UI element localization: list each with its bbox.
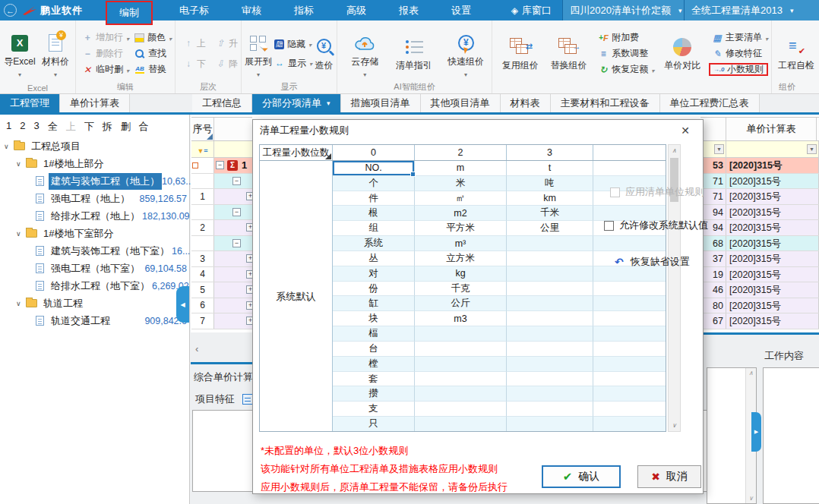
- unit-cell-0-decimals[interactable]: 樘: [333, 357, 415, 372]
- grid-row[interactable]: 68 [2020]315号: [700, 236, 819, 252]
- cloud-storage-button[interactable]: 云存储: [345, 32, 384, 76]
- table-corner-header[interactable]: 工程量小数位数: [260, 145, 333, 160]
- document-tab[interactable]: 分部分项清单: [252, 94, 341, 112]
- unit-cell-0-decimals[interactable]: 缸: [333, 296, 415, 311]
- collapse-icon[interactable]: [232, 177, 241, 185]
- unit-cell-0-decimals[interactable]: 台: [333, 342, 415, 357]
- unit-cell-empty[interactable]: [593, 417, 666, 432]
- library-window-button[interactable]: 库窗口: [501, 0, 562, 20]
- unit-cell-empty[interactable]: [593, 161, 666, 176]
- unit-cell-2-decimals[interactable]: 平方米: [415, 221, 507, 236]
- document-number-cell[interactable]: [2020]315号: [726, 158, 819, 173]
- unit-row[interactable]: 缸 公斤: [333, 296, 666, 311]
- checkbox-icon[interactable]: [604, 221, 614, 231]
- unit-cell-3-decimals[interactable]: [507, 251, 593, 266]
- unit-cell-2-decimals[interactable]: 米: [415, 176, 507, 191]
- export-excel-button[interactable]: 导Excel: [3, 32, 36, 76]
- composite-price-section-label[interactable]: 综合单价计算: [194, 370, 253, 384]
- reuse-pricing-button[interactable]: 复用组价: [498, 36, 542, 72]
- grid-row[interactable]: 94 [2020]315号: [700, 205, 819, 221]
- unit-cell-0-decimals[interactable]: 丛: [333, 251, 415, 266]
- hide-button[interactable]: 隐藏: [274, 38, 312, 51]
- feature-text-box[interactable]: [707, 367, 757, 504]
- grid-row[interactable]: 3: [191, 251, 252, 267]
- amount-cell[interactable]: 71: [700, 174, 726, 189]
- unit-cell-2-decimals[interactable]: [415, 402, 507, 417]
- move-up-button[interactable]: 上: [183, 37, 206, 50]
- row-strip[interactable]: [214, 282, 252, 298]
- unit-cell-0-decimals[interactable]: 组: [333, 221, 415, 236]
- unit-cell-3-decimals[interactable]: [507, 372, 593, 387]
- unit-cell-2-decimals[interactable]: [415, 342, 507, 357]
- project-check-button[interactable]: 工程自检: [775, 36, 817, 72]
- grid-row[interactable]: 94 [2020]315号: [700, 220, 819, 236]
- replace-pricing-button[interactable]: 替换组价: [547, 36, 591, 72]
- unit-cell-2-decimals[interactable]: 立方米: [415, 251, 507, 266]
- unit-cell-2-decimals[interactable]: m2: [415, 206, 507, 221]
- list-standard-dropdown[interactable]: 全统工程量清单2013: [684, 0, 819, 20]
- coefficient-adjust-button[interactable]: 系数调整: [598, 47, 654, 60]
- document-tab[interactable]: 主要材料和工程设备: [551, 94, 660, 112]
- row-number-cell[interactable]: 7: [191, 313, 214, 329]
- row-strip[interactable]: 1: [214, 158, 252, 173]
- document-tab[interactable]: 材料表: [501, 94, 551, 112]
- unit-row[interactable]: NO. m t: [333, 161, 666, 176]
- color-button[interactable]: 颜色: [134, 31, 172, 44]
- tree-item[interactable]: 给排水工程（地上） 182,130.09: [0, 207, 189, 225]
- menu-item[interactable]: 报表: [393, 1, 425, 20]
- row-number-cell[interactable]: 6: [191, 298, 214, 313]
- grid-row[interactable]: 67 [2020]315号: [700, 313, 819, 329]
- unit-cell-2-decimals[interactable]: 公斤: [415, 296, 507, 311]
- tree-expand-arrow[interactable]: [16, 300, 23, 307]
- expand-icon[interactable]: [246, 254, 252, 263]
- tree-collapse-handle[interactable]: [176, 286, 189, 323]
- filter-dropdown-icon[interactable]: [714, 144, 724, 154]
- grid-row[interactable]: 1: [191, 158, 252, 174]
- expand-to-button[interactable]: 展开到: [245, 32, 272, 76]
- unit-cell-2-decimals[interactable]: [415, 326, 507, 342]
- unit-row[interactable]: 只: [333, 417, 666, 432]
- expand-icon[interactable]: [246, 301, 252, 310]
- document-number-cell[interactable]: [2020]315号: [726, 298, 819, 313]
- unit-cell-3-decimals[interactable]: 公里: [507, 221, 593, 236]
- collapse-icon[interactable]: [232, 208, 241, 216]
- grid-row[interactable]: 53 [2020]315号: [700, 158, 819, 174]
- expand-icon[interactable]: [246, 317, 252, 325]
- unit-row[interactable]: 支: [333, 402, 666, 417]
- tree-toolbar-button[interactable]: 2: [20, 120, 25, 134]
- price-compare-button[interactable]: 单价对比: [659, 36, 706, 72]
- grid-row[interactable]: 2: [191, 220, 252, 236]
- amount-cell[interactable]: 53: [700, 158, 726, 173]
- row-number-cell[interactable]: [191, 236, 214, 251]
- tree-item[interactable]: 强电工程（地上） 859,126.57: [0, 190, 189, 207]
- column-header-3[interactable]: 3: [507, 145, 593, 160]
- unit-cell-0-decimals[interactable]: 个: [333, 176, 415, 191]
- grid-row[interactable]: [191, 236, 252, 252]
- unit-cell-empty[interactable]: [593, 357, 666, 372]
- surcharge-button[interactable]: 附加费: [598, 31, 654, 44]
- tree-toolbar-button[interactable]: 拆: [103, 120, 112, 134]
- restore-quota-button[interactable]: 恢复定额: [598, 63, 654, 76]
- tree-item[interactable]: 工程总项目: [0, 137, 189, 155]
- collapse-icon[interactable]: [216, 161, 224, 169]
- main-list-button[interactable]: 主要清单: [712, 31, 768, 44]
- unit-cell-2-decimals[interactable]: m3: [415, 311, 507, 326]
- row-strip[interactable]: [214, 220, 252, 235]
- material-price-button[interactable]: 材料价: [39, 32, 72, 76]
- move-down-button[interactable]: 下: [183, 58, 206, 71]
- unit-cell-0-decimals[interactable]: 份: [333, 282, 415, 297]
- document-number-cell[interactable]: [2020]315号: [726, 220, 819, 235]
- collapse-icon[interactable]: [232, 239, 241, 247]
- promote-button[interactable]: 升: [215, 37, 238, 50]
- unit-cell-empty[interactable]: [593, 386, 666, 402]
- unit-cell-3-decimals[interactable]: 千米: [507, 206, 593, 221]
- dialog-titlebar[interactable]: 清单工程量小数规则: [253, 120, 703, 140]
- tree-item[interactable]: 1#楼地下室部分: [0, 225, 189, 242]
- unit-cell-empty[interactable]: [593, 372, 666, 387]
- tree-toolbar-button[interactable]: 下: [84, 120, 94, 134]
- unit-cell-3-decimals[interactable]: [507, 282, 593, 297]
- filter-dropdown-icon[interactable]: [807, 144, 817, 154]
- row-number-cell[interactable]: 1: [191, 189, 214, 204]
- unit-cell-empty[interactable]: [593, 236, 666, 251]
- unit-cell-2-decimals[interactable]: [415, 417, 507, 432]
